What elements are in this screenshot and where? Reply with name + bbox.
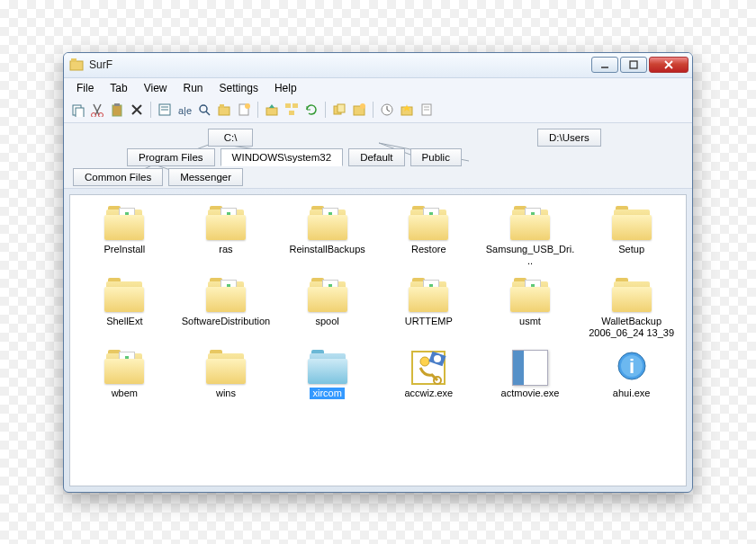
file-label: spool	[316, 316, 339, 327]
folder-icon	[103, 206, 146, 242]
paste-icon[interactable]	[109, 102, 125, 118]
new-tab-icon[interactable]	[351, 102, 367, 118]
svg-rect-7	[76, 108, 84, 117]
svg-text:i: i	[629, 355, 634, 378]
file-item[interactable]: URTTEMP	[378, 274, 480, 343]
menu-view[interactable]: View	[137, 80, 175, 96]
folder-up-icon[interactable]	[264, 102, 280, 118]
file-item[interactable]: WalletBackup 2006_06_24 13_39	[580, 274, 682, 343]
svg-rect-18	[219, 107, 230, 115]
maximize-button[interactable]	[620, 57, 647, 73]
fav-icon[interactable]	[399, 102, 415, 118]
minimize-button[interactable]	[591, 57, 618, 73]
file-label: PreInstall	[104, 244, 145, 255]
file-label: actmovie.exe	[501, 388, 560, 399]
file-label: usmt	[519, 316, 541, 327]
folder-icon	[306, 278, 349, 314]
app-window: SurF File Tab View Run Settings Help a|e…	[63, 52, 693, 493]
copy-icon[interactable]	[69, 102, 86, 118]
history-icon[interactable]	[379, 102, 395, 118]
file-item[interactable]: usmt	[480, 274, 581, 343]
svg-rect-19	[220, 104, 224, 108]
file-item[interactable]: Restore	[378, 202, 480, 271]
menu-run[interactable]: Run	[176, 80, 211, 96]
file-item[interactable]: PreInstall	[74, 202, 176, 271]
svg-point-21	[245, 103, 250, 109]
menu-settings[interactable]: Settings	[212, 80, 266, 96]
file-item[interactable]: ras	[176, 202, 277, 271]
file-label: WalletBackup 2006_06_24 13_39	[587, 316, 677, 339]
path-tab[interactable]: WINDOWS\system32	[220, 148, 344, 166]
toolbar: a|e	[64, 98, 692, 123]
path-tab[interactable]: D:\Users	[537, 129, 601, 147]
svg-point-40	[434, 355, 441, 362]
app-icon	[69, 58, 84, 72]
folder-icon	[407, 278, 450, 314]
folder-icon	[610, 206, 653, 242]
folder-icon	[610, 278, 653, 314]
path-tab[interactable]: Program Files	[127, 148, 215, 166]
file-item[interactable]: accwiz.exe	[378, 346, 480, 403]
path-tab[interactable]: Messenger	[168, 168, 243, 186]
toolbar-separator	[325, 102, 326, 118]
new-file-icon[interactable]	[236, 102, 252, 118]
tab-row-1: C:\D:\Users	[73, 129, 683, 147]
close-button[interactable]	[649, 57, 688, 73]
path-tab[interactable]: Public	[410, 148, 462, 166]
file-list[interactable]: PreInstallrasReinstallBackupsRestoreSams…	[69, 194, 687, 486]
menu-tab[interactable]: Tab	[103, 80, 134, 96]
file-item[interactable]: xircom	[276, 346, 378, 403]
app-title: SurF	[89, 58, 590, 71]
clone-tab-icon[interactable]	[331, 102, 347, 118]
file-label: Restore	[411, 244, 446, 255]
menubar: File Tab View Run Settings Help	[64, 78, 692, 98]
folder-tree-icon[interactable]	[284, 102, 300, 118]
svg-rect-3	[630, 61, 637, 68]
svg-point-37	[420, 357, 429, 366]
svg-point-29	[360, 103, 365, 109]
file-item[interactable]: Setup	[580, 202, 682, 271]
file-label: ReinstallBackups	[289, 244, 364, 255]
properties-icon[interactable]	[157, 102, 173, 118]
folder-icon	[306, 206, 349, 242]
file-label: wbem	[112, 388, 138, 399]
svg-rect-27	[338, 104, 345, 112]
folder-icon	[204, 350, 248, 386]
doc-icon[interactable]	[418, 102, 435, 118]
new-folder-icon[interactable]	[216, 102, 232, 118]
svg-rect-0	[70, 61, 83, 70]
search-icon[interactable]	[196, 102, 212, 118]
folder-icon	[508, 278, 552, 314]
accwiz-icon	[407, 350, 450, 386]
menu-help[interactable]: Help	[267, 80, 304, 96]
file-item[interactable]: ReinstallBackups	[276, 202, 378, 271]
file-label: SoftwareDistribution	[182, 316, 270, 327]
svg-rect-22	[266, 108, 277, 115]
folder-icon	[204, 206, 248, 242]
rename-icon[interactable]: a|e	[176, 102, 193, 118]
svg-rect-1	[71, 58, 76, 62]
svg-text:a|e: a|e	[178, 105, 192, 116]
actmovie-icon	[508, 350, 552, 386]
path-tab[interactable]: C:\	[208, 129, 253, 147]
toolbar-separator	[257, 102, 258, 118]
file-item[interactable]: Samsung_USB_Dri...	[480, 202, 581, 271]
menu-file[interactable]: File	[69, 80, 101, 96]
path-tab[interactable]: Common Files	[73, 168, 163, 186]
toolbar-separator	[150, 102, 151, 118]
file-item[interactable]: spool	[276, 274, 378, 343]
info-icon: i	[610, 350, 653, 386]
file-item[interactable]: wbem	[74, 346, 176, 403]
folder-icon	[204, 278, 248, 314]
file-item[interactable]: ShellExt	[74, 274, 176, 343]
file-item[interactable]: iahui.exe	[580, 346, 682, 403]
cut-icon[interactable]	[89, 102, 105, 118]
file-item[interactable]: wins	[176, 346, 277, 403]
file-item[interactable]: SoftwareDistribution	[176, 274, 277, 343]
path-tab[interactable]: Default	[348, 148, 404, 166]
delete-icon[interactable]	[129, 102, 145, 118]
file-label: wins	[216, 388, 236, 399]
file-label: ras	[219, 244, 232, 255]
refresh-icon[interactable]	[303, 102, 320, 118]
file-item[interactable]: actmovie.exe	[480, 346, 581, 403]
